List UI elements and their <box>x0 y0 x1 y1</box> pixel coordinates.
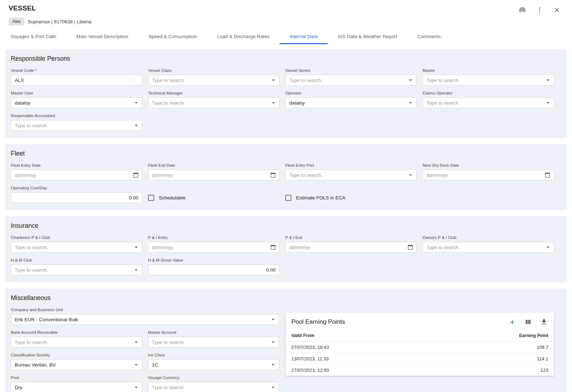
table-row[interactable]: 07/07/2023, 18:43 109.7 <box>286 342 554 353</box>
valid-from-cell: 27/07/2023, 12:00 <box>286 365 433 376</box>
vessel-series-select[interactable]: Type to search. <box>285 75 417 86</box>
close-icon[interactable] <box>553 6 561 14</box>
master-account-label: Master Account <box>148 330 280 335</box>
table-row[interactable]: 13/07/2023, 11:33 114.1 <box>286 353 554 365</box>
kebab-menu-icon[interactable] <box>535 6 544 14</box>
fleet-exit-date-input[interactable]: dd/mm/yy <box>148 170 280 180</box>
operator-select[interactable]: dataloy <box>285 97 417 108</box>
voyage-currency-select[interactable]: Type to search. <box>148 382 280 392</box>
tab-load-discharge-rates[interactable]: Load & Discharge Rates <box>207 30 280 44</box>
calendar-icon <box>270 244 276 250</box>
pi-exit-label: P & I Exit <box>285 235 417 240</box>
classification-society-label: Classification Society <box>11 353 142 358</box>
vessel-class-select[interactable]: Type to search. <box>148 75 280 86</box>
responsible-accountant-placeholder: Type to search. <box>15 123 133 128</box>
operating-cost-day-label: Operating Cost/Day <box>11 186 142 190</box>
chevron-down-icon <box>269 361 277 368</box>
master-account-select[interactable]: Type to search. <box>148 337 280 347</box>
tab-main-vessel-description[interactable]: Main Vessel Description <box>66 30 138 44</box>
earning-point-cell: 109.7 <box>433 342 554 353</box>
vessel-class-label: Vessel Class <box>148 68 280 73</box>
table-row[interactable]: 27/07/2023, 12:00 123 <box>286 365 554 376</box>
label-spacer <box>148 186 280 190</box>
fleet-exit-date-field: Fleet Exit Date dd/mm/yy <box>148 163 280 180</box>
view-columns-icon[interactable] <box>524 318 532 326</box>
chevron-down-icon <box>270 77 277 84</box>
pool-field: Pool Dry <box>11 375 142 392</box>
vessel-class-placeholder: Type to search. <box>152 78 270 83</box>
vessel-series-field: Vessel Series Type to search. <box>285 68 417 86</box>
classification-society-field: Classification Society Bureau Veritas, B… <box>11 353 142 370</box>
header: VESSEL Alex Supramax | 9170638 | Liberia <box>0 0 572 26</box>
classification-society-value: Bureau Veritas, BV <box>15 362 133 368</box>
company-business-unit-select[interactable]: Erik EUR - Conventional Bulk <box>11 314 279 325</box>
earning-point-cell: 123 <box>433 365 554 376</box>
chevron-down-icon <box>407 99 414 106</box>
vessel-class-field: Vessel Class Type to search. <box>148 68 280 86</box>
fleet-entry-date-field: Fleet Entry Date dd/mm/yy <box>11 163 142 180</box>
pool-value: Dry <box>15 385 133 390</box>
pi-entry-date-input[interactable]: dd/mm/yy <box>148 242 280 253</box>
bank-account-receivable-select[interactable]: Type to search. <box>11 337 142 347</box>
schedulable-field: Schedulable <box>148 186 280 203</box>
hm-club-label: H & M Club <box>11 258 142 263</box>
chevron-down-icon <box>544 77 552 84</box>
master-account-placeholder: Type to search. <box>152 340 270 345</box>
master-select[interactable]: Type to search. <box>423 75 554 86</box>
pool-earning-points-table: Valid From Earning Point 07/07/2023, 18:… <box>286 330 554 376</box>
calendar-icon <box>407 244 413 250</box>
section-insurance: Insurance Charterers P & I Club Type to … <box>5 216 567 282</box>
valid-from-header: Valid From <box>286 330 433 342</box>
vessel-code-input[interactable] <box>11 75 142 86</box>
section-fleet: Fleet Fleet Entry Date dd/mm/yy Fleet Ex… <box>5 144 567 210</box>
bank-account-receivable-field: Bank Account Receivable Type to search. <box>11 330 142 347</box>
broadcast-icon[interactable] <box>518 6 527 14</box>
add-icon[interactable] <box>508 318 517 326</box>
chevron-down-icon <box>544 99 552 106</box>
operating-cost-day-field: Operating Cost/Day <box>11 186 142 203</box>
fleet-entry-date-input[interactable]: dd/mm/yy <box>11 170 142 180</box>
section-responsible-persons: Responsible Persons Vessel Code * Vessel… <box>5 49 567 138</box>
pool-select[interactable]: Dry <box>11 382 142 392</box>
hm-club-placeholder: Type to search. <box>15 267 133 273</box>
claims-operator-select[interactable]: Type to search. <box>423 97 554 108</box>
company-business-unit-field: Company and Business Unit Erik EUR - Con… <box>11 308 279 325</box>
hm-club-select[interactable]: Type to search. <box>11 264 142 275</box>
bank-account-receivable-label: Bank Account Receivable <box>11 330 142 335</box>
tab-ais-data-weather-report[interactable]: AIS Data & Weather Report <box>328 30 407 44</box>
tab-internal-data[interactable]: Internal Data <box>280 30 327 44</box>
tab-speed-consumption[interactable]: Speed & Consumption <box>138 30 207 44</box>
pi-entry-label: P & I Entry <box>148 235 280 240</box>
operating-cost-day-input[interactable] <box>11 192 142 203</box>
estimate-fols-checkbox[interactable] <box>285 195 291 201</box>
miscellaneous-title: Miscellaneous <box>11 294 554 302</box>
tab-voyages-port-calls[interactable]: Voyages & Port Calls <box>1 30 66 44</box>
next-dry-dock-date-field: Next Dry Dock Date dd/mm/yy <box>423 163 554 180</box>
master-field: Master Type to search. <box>423 68 554 86</box>
calendar-icon <box>270 172 276 178</box>
master-user-select[interactable]: dataloy <box>11 97 142 108</box>
schedulable-checkbox[interactable] <box>148 195 154 201</box>
ice-class-select[interactable]: 1C <box>148 359 280 370</box>
fleet-entry-port-select[interactable]: Type to search. <box>285 170 417 180</box>
tab-bar: Voyages & Port Calls Main Vessel Descrip… <box>0 30 572 44</box>
pool-earning-points-title: Pool Earning Points <box>291 318 345 326</box>
vessel-code-field: Vessel Code * <box>11 68 142 86</box>
owners-pi-club-select[interactable]: Type to search. <box>423 242 554 253</box>
responsible-accountant-select[interactable]: Type to search. <box>11 120 142 131</box>
responsible-accountant-field: Responsible Accountant Type to search. <box>11 114 142 131</box>
next-dry-dock-date-input[interactable]: dd/mm/yy <box>423 170 554 180</box>
tab-comments[interactable]: Comments <box>407 30 451 44</box>
charterers-pi-club-label: Charterers P & I Club <box>11 235 142 240</box>
ice-class-value: 1C <box>152 362 270 368</box>
hm-gross-value-input[interactable] <box>148 264 280 275</box>
download-icon[interactable] <box>540 318 548 326</box>
charterers-pi-club-select[interactable]: Type to search. <box>11 242 142 253</box>
technical-manager-select[interactable]: Type to search. <box>148 97 280 108</box>
page-title: VESSEL <box>9 4 36 12</box>
master-placeholder: Type to search. <box>426 78 544 83</box>
classification-society-select[interactable]: Bureau Veritas, BV <box>11 359 142 370</box>
pi-exit-date-input[interactable]: dd/mm/yy <box>285 242 417 253</box>
vessel-series-placeholder: Type to search. <box>289 78 407 83</box>
claims-operator-label: Claims Operator <box>423 91 554 96</box>
